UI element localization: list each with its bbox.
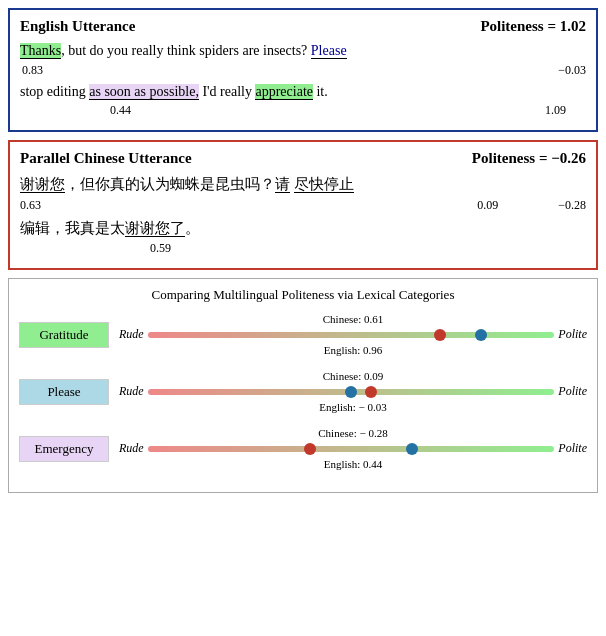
gratitude-track-container: Rude Polite	[119, 327, 587, 342]
chinese-appreciate: 谢谢您了	[125, 220, 185, 237]
gratitude-track	[148, 332, 555, 338]
emergency-rude: Rude	[119, 441, 144, 456]
chinese-scores1: 0.63 0.09 −0.28	[20, 198, 586, 213]
emergency-label: Emergency	[19, 436, 109, 462]
score-ch-thanks: 0.63	[20, 198, 41, 213]
gratitude-chinese-label: Chinese: 0.61	[119, 313, 587, 325]
emergency-chinese-label: Chinese: − 0.28	[119, 427, 587, 439]
english-politeness: Politeness = 1.02	[480, 18, 586, 35]
score-appreciate: 1.09	[545, 103, 566, 118]
emergency-track-container: Rude Polite	[119, 441, 587, 456]
gratitude-dot-english	[475, 329, 487, 341]
score-asap: 0.44	[110, 103, 131, 118]
please-chinese-label: Chinese: 0.09	[119, 370, 587, 382]
chinese-politeness: Politeness = −0.26	[472, 150, 586, 167]
gratitude-slider: Chinese: 0.61 Rude Polite English: 0.96	[119, 313, 587, 356]
english-line1: Thanks, but do you really think spiders …	[20, 41, 586, 61]
please-rude: Rude	[119, 384, 144, 399]
chinese-stop: 尽快停止	[294, 176, 354, 193]
emergency-slider: Chinese: − 0.28 Rude Polite English: 0.4…	[119, 427, 587, 470]
english-scores1: 0.83 −0.03	[20, 63, 586, 78]
chinese-panel: Parallel Chinese Utterance Politeness = …	[8, 140, 598, 270]
gratitude-polite: Polite	[558, 327, 587, 342]
comparison-title: Comparing Multilingual Politeness via Le…	[19, 287, 587, 303]
english-header: English Utterance Politeness = 1.02	[20, 18, 586, 35]
line1-middle: , but do you really think spiders are in…	[61, 43, 311, 58]
gratitude-english-label: English: 0.96	[119, 344, 587, 356]
english-title: English Utterance	[20, 18, 135, 35]
line2-it: it.	[313, 84, 328, 99]
score-please: −0.03	[558, 63, 586, 78]
please-word: Please	[311, 43, 347, 59]
english-panel: English Utterance Politeness = 1.02 Than…	[8, 8, 598, 132]
gratitude-dot-chinese	[434, 329, 446, 341]
english-scores2: 0.44 1.09	[20, 103, 586, 118]
emergency-track	[148, 446, 555, 452]
thanks-word: Thanks	[20, 43, 61, 59]
appreciate-word: appreciate	[255, 84, 313, 100]
chinese-thanks: 谢谢您	[20, 176, 65, 193]
emergency-dot-english	[406, 443, 418, 455]
score-thanks: 0.83	[22, 63, 43, 78]
english-line2: stop editing as soon as possible, I'd re…	[20, 82, 586, 102]
emergency-english-label: English: 0.44	[119, 458, 587, 470]
chinese-header: Parallel Chinese Utterance Politeness = …	[20, 150, 586, 167]
please-english-label: English: − 0.03	[119, 401, 587, 413]
please-polite: Polite	[558, 384, 587, 399]
please-slider: Chinese: 0.09 Rude Polite English: − 0.0…	[119, 370, 587, 413]
chinese-line1: 谢谢您，但你真的认为蜘蛛是昆虫吗？请 尽快停止	[20, 173, 586, 196]
comparison-panel: Comparing Multilingual Politeness via Le…	[8, 278, 598, 493]
please-label: Please	[19, 379, 109, 405]
score-ch-please: 0.09	[477, 198, 498, 213]
please-track-container: Rude Polite	[119, 384, 587, 399]
chinese-line2: 编辑，我真是太谢谢您了。	[20, 217, 586, 240]
please-track	[148, 389, 555, 395]
score-ch-appreciate: 0.59	[150, 241, 171, 256]
please-dot-english	[345, 386, 357, 398]
line2-really: I'd really	[199, 84, 256, 99]
emergency-dot-chinese	[304, 443, 316, 455]
please-dot-chinese	[365, 386, 377, 398]
gratitude-row: Gratitude Chinese: 0.61 Rude Polite Engl…	[19, 313, 587, 356]
score-ch-stop: −0.28	[558, 198, 586, 213]
chinese-please: 请	[275, 176, 290, 193]
asap-phrase: as soon as possible,	[89, 84, 199, 100]
please-row: Please Chinese: 0.09 Rude Polite English…	[19, 370, 587, 413]
emergency-polite: Polite	[558, 441, 587, 456]
gratitude-label: Gratitude	[19, 322, 109, 348]
gratitude-rude: Rude	[119, 327, 144, 342]
line2-stop: stop editing	[20, 84, 89, 99]
chinese-scores2: 0.59	[20, 241, 586, 256]
emergency-row: Emergency Chinese: − 0.28 Rude Polite En…	[19, 427, 587, 470]
chinese-title: Parallel Chinese Utterance	[20, 150, 192, 167]
